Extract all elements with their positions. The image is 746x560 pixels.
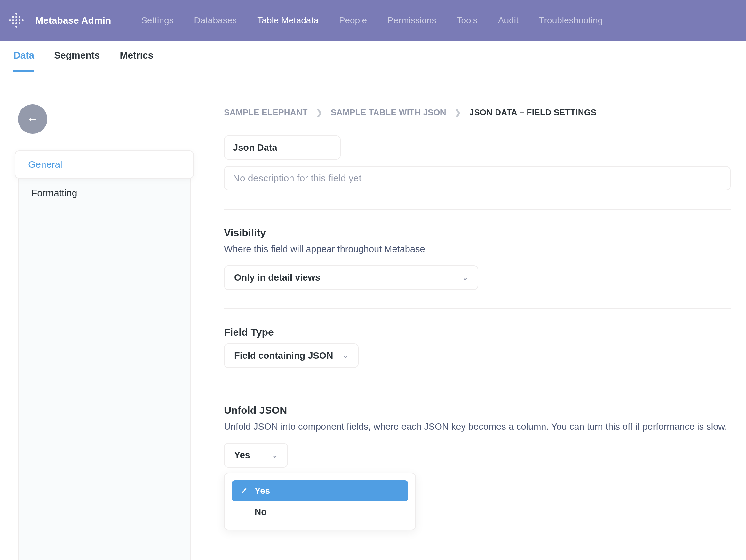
field-description-placeholder: No description for this field yet	[233, 173, 362, 184]
breadcrumb: SAMPLE ELEPHANT ❯ SAMPLE TABLE WITH JSON…	[224, 108, 730, 117]
page-body: ← General Formatting SAMPLE ELEPHANT ❯ S…	[0, 72, 746, 560]
visibility-title: Visibility	[224, 227, 730, 239]
visibility-select[interactable]: Only in detail views ⌄	[224, 265, 478, 290]
field-type-select[interactable]: Field containing JSON ⌄	[224, 343, 358, 368]
section-field-type: Field Type Field containing JSON ⌄	[224, 309, 730, 387]
chevron-down-icon: ⌄	[272, 451, 278, 459]
nav-settings[interactable]: Settings	[141, 16, 173, 26]
nav-databases[interactable]: Databases	[194, 16, 237, 26]
unfold-option-yes[interactable]: ✓ Yes	[232, 480, 408, 501]
admin-title: Metabase Admin	[35, 15, 111, 26]
nav-permissions[interactable]: Permissions	[388, 16, 436, 26]
admin-topbar: Metabase Admin Settings Databases Table …	[0, 0, 746, 41]
crumb-table[interactable]: SAMPLE TABLE WITH JSON	[331, 108, 446, 117]
section-unfold-json: Unfold JSON Unfold JSON into component f…	[224, 387, 730, 549]
visibility-desc: Where this field will appear throughout …	[224, 244, 730, 254]
sidebar-item-formatting[interactable]: Formatting	[31, 188, 177, 198]
unfold-option-no-label: No	[255, 507, 266, 517]
field-type-value: Field containing JSON	[234, 351, 333, 361]
nav-tools[interactable]: Tools	[457, 16, 477, 26]
tab-data[interactable]: Data	[13, 50, 34, 72]
nav-people[interactable]: People	[339, 16, 367, 26]
field-name-input[interactable]: Json Data	[224, 135, 341, 160]
nav-table-metadata[interactable]: Table Metadata	[257, 16, 318, 26]
unfold-option-yes-label: Yes	[255, 486, 270, 496]
crumb-current: JSON DATA – FIELD SETTINGS	[469, 108, 596, 117]
nav-troubleshooting[interactable]: Troubleshooting	[539, 16, 603, 26]
unfold-desc: Unfold JSON into component fields, where…	[224, 421, 730, 432]
unfold-value: Yes	[234, 450, 250, 460]
tab-segments[interactable]: Segments	[54, 50, 100, 72]
sidebar-item-general[interactable]: General	[15, 150, 194, 178]
field-name-value: Json Data	[233, 142, 277, 153]
unfold-dropdown: ✓ Yes No	[224, 473, 416, 530]
field-description-input[interactable]: No description for this field yet	[224, 166, 730, 190]
chevron-right-icon: ❯	[316, 108, 322, 117]
unfold-option-no[interactable]: No	[232, 501, 408, 523]
arrow-left-icon: ←	[27, 113, 39, 125]
unfold-select[interactable]: Yes ⌄	[224, 443, 288, 468]
section-visibility: Visibility Where this field will appear …	[224, 209, 730, 308]
sidebar-panel: Formatting	[18, 177, 191, 560]
tab-metrics[interactable]: Metrics	[120, 50, 153, 72]
crumb-database[interactable]: SAMPLE ELEPHANT	[224, 108, 308, 117]
admin-nav: Settings Databases Table Metadata People…	[141, 16, 603, 26]
subtabs: Data Segments Metrics	[0, 41, 746, 72]
left-column: ← General Formatting	[0, 72, 205, 560]
chevron-down-icon: ⌄	[462, 274, 468, 282]
back-button[interactable]: ←	[18, 104, 47, 134]
sidebar-general-label: General	[28, 159, 62, 170]
metabase-logo	[9, 13, 24, 28]
chevron-down-icon: ⌄	[343, 352, 348, 360]
right-column: SAMPLE ELEPHANT ❯ SAMPLE TABLE WITH JSON…	[205, 72, 746, 549]
chevron-right-icon: ❯	[455, 108, 461, 117]
check-icon: ✓	[239, 486, 248, 496]
nav-audit[interactable]: Audit	[498, 16, 519, 26]
field-type-title: Field Type	[224, 327, 730, 338]
unfold-title: Unfold JSON	[224, 404, 730, 416]
visibility-value: Only in detail views	[234, 272, 320, 283]
